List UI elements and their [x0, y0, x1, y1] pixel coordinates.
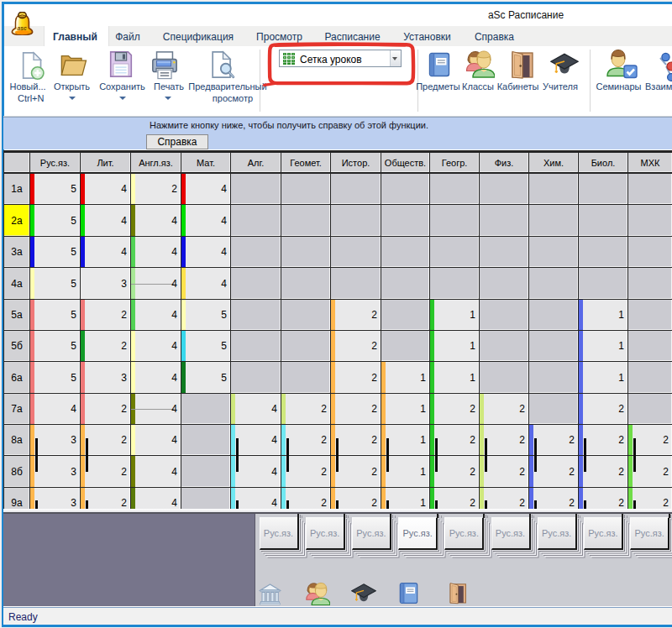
svg-text:asc: asc	[18, 25, 28, 31]
